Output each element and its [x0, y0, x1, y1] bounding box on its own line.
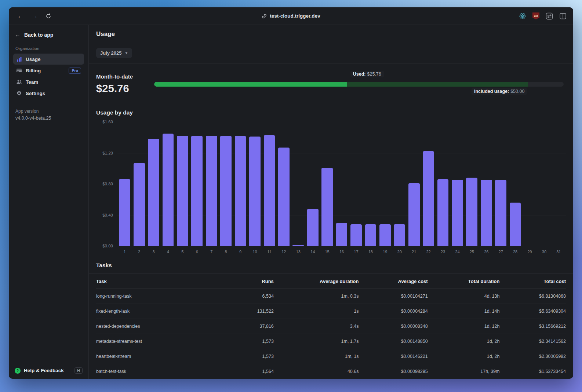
x-axis-tick-label: 23 — [436, 246, 450, 254]
help-feedback-button[interactable]: ? Help & Feedback H — [9, 362, 88, 379]
usage-bar-day-21[interactable] — [408, 183, 420, 246]
task-cell: $0.00148850 — [359, 334, 428, 349]
usage-bar-day-12[interactable] — [278, 148, 290, 246]
link-icon — [262, 14, 267, 19]
forward-icon[interactable]: → — [29, 11, 40, 21]
chart-bar-slot — [334, 122, 349, 246]
task-cell: 6,534 — [214, 289, 274, 304]
usage-bar-day-5[interactable] — [177, 136, 188, 246]
x-axis-tick-label: 25 — [465, 246, 479, 254]
task-cell: 17h, 39m — [428, 364, 500, 379]
month-to-date-section: Month-to-date $25.76 Used:$25.76 Include… — [89, 64, 573, 107]
usage-bar-day-1[interactable] — [119, 179, 130, 246]
task-cell: 1d, 14h — [428, 304, 500, 319]
task-name: nested-dependencies — [96, 319, 214, 334]
usage-bar-day-10[interactable] — [249, 137, 261, 246]
x-axis-tick-label: 19 — [378, 246, 392, 254]
back-to-app-label: Back to app — [24, 32, 53, 38]
sidebar-item-team[interactable]: Team — [13, 76, 84, 87]
address-bar[interactable]: test-cloud.trigger.dev — [262, 13, 320, 19]
included-usage-label: Included usage:$50.00 — [472, 88, 527, 95]
y-axis-tick-label: $0.40 — [102, 213, 113, 217]
x-axis-tick-label: 28 — [508, 246, 522, 254]
usage-bar-day-3[interactable] — [148, 139, 159, 246]
x-axis-tick-label: 26 — [479, 246, 494, 254]
usage-bar-day-9[interactable] — [235, 136, 246, 246]
task-cell: $5.63409304 — [499, 304, 566, 319]
task-cell: 1,573 — [214, 349, 274, 364]
task-cell: 1d, 2h — [428, 349, 500, 364]
period-dropdown[interactable]: July 2025 ▼ — [96, 48, 132, 58]
sidebar-item-billing[interactable]: BillingPro — [13, 65, 84, 76]
usage-bar-day-20[interactable] — [394, 224, 405, 246]
chart-bar-slot — [248, 122, 262, 246]
url-text: test-cloud.trigger.dev — [270, 13, 320, 19]
sidebar-item-usage[interactable]: Usage — [13, 54, 84, 65]
usage-bar-day-7[interactable] — [206, 136, 217, 246]
split-view-icon[interactable] — [559, 12, 567, 20]
task-cell: 37,816 — [214, 319, 274, 334]
column-header-total-duration: Total duration — [428, 274, 500, 289]
usage-bar-day-2[interactable] — [134, 163, 145, 246]
usage-bar-day-22[interactable] — [423, 151, 434, 246]
usage-bar-day-16[interactable] — [336, 223, 348, 246]
tasks-section-title: Tasks — [89, 262, 573, 274]
users-icon — [16, 79, 22, 85]
back-to-app-button[interactable]: ← Back to app — [13, 29, 84, 44]
back-icon[interactable]: ← — [15, 11, 26, 21]
table-row: heartbeat-stream1,5731m, 1s$0.001462211d… — [96, 349, 566, 364]
usage-bar-day-6[interactable] — [191, 136, 203, 246]
usage-bar-day-25[interactable] — [466, 178, 477, 246]
react-devtools-icon[interactable] — [519, 12, 526, 20]
x-axis-tick-label: 4 — [161, 246, 175, 254]
x-axis-tick-label: 16 — [334, 246, 349, 254]
usage-bar-day-4[interactable] — [163, 134, 174, 246]
chart-bar-slot — [277, 122, 291, 246]
task-cell: $2.30005982 — [499, 349, 566, 364]
x-axis-tick-label: 17 — [349, 246, 363, 254]
reload-icon[interactable] — [43, 11, 54, 21]
usage-bar-day-26[interactable] — [481, 180, 492, 246]
usage-bar-day-11[interactable] — [264, 135, 275, 246]
table-row: batch-test-task1,56440.6s$0.0009829517h,… — [96, 364, 566, 379]
usage-bar-day-24[interactable] — [452, 180, 463, 246]
task-cell: 1,573 — [214, 334, 274, 349]
chart-bar-slot — [508, 122, 522, 246]
x-axis-tick-label: 11 — [262, 246, 276, 254]
chart-bar-slot — [537, 122, 551, 246]
chart-bar-slot — [552, 122, 566, 246]
x-axis-tick-label: 7 — [204, 246, 219, 254]
app-version-label: App version — [15, 109, 82, 114]
app-version-block: App version v4.0.0-v4-beta.25 — [13, 109, 84, 121]
chart-bar-slot — [204, 122, 219, 246]
usage-bar-day-23[interactable] — [437, 179, 449, 246]
usage-bar-day-17[interactable] — [350, 224, 362, 246]
task-cell: $0.00004284 — [359, 304, 428, 319]
chart-bar-slot — [233, 122, 247, 246]
usage-bar-day-18[interactable] — [365, 224, 377, 246]
usage-bar-day-14[interactable] — [307, 209, 319, 246]
usage-bar-day-27[interactable] — [495, 180, 506, 246]
x-axis-tick-label: 9 — [233, 246, 247, 254]
usage-bar-day-15[interactable] — [321, 168, 333, 246]
table-row: fixed-length-lask131,5221s$0.000042841d,… — [96, 304, 566, 319]
browser-titlebar: ← → test-cloud.trigger.dev — [9, 7, 573, 25]
extensions-settings-icon[interactable] — [546, 12, 553, 20]
task-cell: 40.6s — [274, 364, 359, 379]
column-header-runs: Runs — [214, 274, 274, 289]
sidebar-item-label: Usage — [26, 57, 41, 62]
chart-bar-slot — [132, 122, 146, 246]
ublock-origin-icon[interactable]: uO — [532, 12, 539, 19]
sidebar-item-settings[interactable]: Settings — [13, 88, 84, 99]
chart-bar-slot — [378, 122, 392, 246]
usage-bar-day-19[interactable] — [379, 224, 391, 246]
x-axis-tick-label: 2 — [132, 246, 146, 254]
task-cell: 131,522 — [214, 304, 274, 319]
chart-bar-slot — [146, 122, 161, 246]
chart-y-axis: $0.00$0.40$0.80$1.20$1.60 — [96, 122, 117, 246]
x-axis-tick-label: 15 — [320, 246, 334, 254]
chart-bar-slot — [219, 122, 233, 246]
usage-bar-day-28[interactable] — [510, 203, 521, 246]
y-axis-tick-label: $0.80 — [102, 182, 113, 186]
usage-bar-day-8[interactable] — [220, 136, 232, 246]
